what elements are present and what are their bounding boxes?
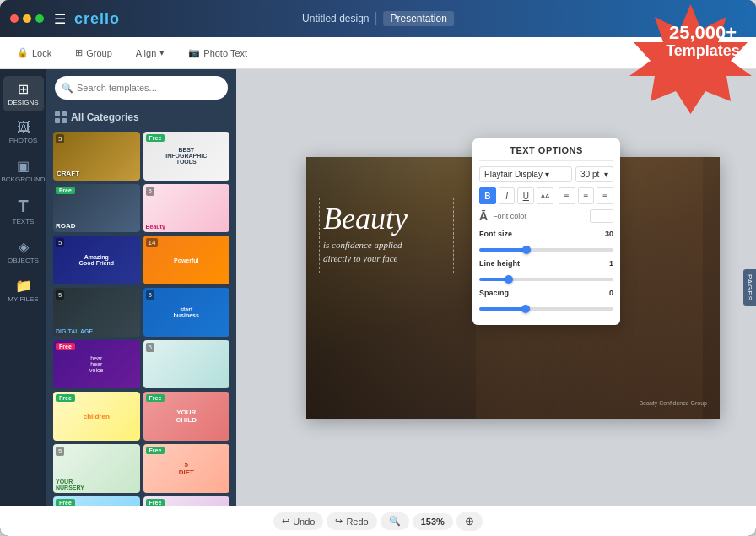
template-item[interactable]: Free children [53,392,140,441]
header-divider [376,12,377,25]
template-item[interactable]: 5 Beauty [143,184,230,233]
sidebar-label-objects: OBJECTS [8,257,39,264]
template-item[interactable]: Free [143,496,230,506]
template-item[interactable]: Free [53,496,140,506]
photo-icon: 📷 [188,47,200,58]
panel-header: 🔍 [46,69,236,106]
design-name: Untitled design [302,13,369,24]
sidebar-item-myfiles[interactable]: 📁 MY FILES [3,273,44,308]
redo-button[interactable]: ↪ Redo [327,512,376,530]
starburst-svg [625,0,756,131]
sidebar-item-background[interactable]: ▣ BCKGROUND [3,153,44,188]
background-icon: ▣ [17,158,30,174]
font-size-indicator: Ā [479,209,488,223]
starburst-container: 25,000+ Templates [625,0,756,131]
main-body: ⊞ DESIGNS 🖼 PHOTOS ▣ BCKGROUND T TEXTS ◈… [0,69,756,506]
spacing-slider-row: Spacing0 [479,289,613,314]
template-item[interactable]: 5 [143,340,230,389]
text-options-panel: TEXT OPTIONS Playfair Display ▾ 30 pt ▾ … [472,138,620,325]
align-button[interactable]: Align ▾ [129,45,171,61]
menu-icon[interactable]: ☰ [54,11,66,27]
template-item[interactable]: Free BESTINFOGRAPHICTOOLS [143,132,230,181]
text-options-title: TEXT OPTIONS [479,145,613,161]
template-item[interactable]: 5 startbusiness [143,288,230,337]
search-box[interactable]: 🔍 [55,76,228,100]
objects-icon: ◈ [19,239,29,255]
presentation-label[interactable]: Presentation [384,11,454,26]
maximize-dot[interactable] [35,14,44,23]
search-icon: 🔍 [62,83,73,94]
starburst-line2: Templates [656,42,749,61]
sidebar-item-photos[interactable]: 🖼 PHOTOS [3,115,44,149]
group-icon: ⊞ [75,47,83,58]
photo-text-button[interactable]: 📷 Photo Text [181,45,254,61]
bottom-toolbar: ↩ Undo ↪ Redo 🔍 153% ⊕ [0,506,756,536]
category-header[interactable]: All Categories [46,106,236,128]
myfiles-icon: 📁 [15,278,32,294]
italic-button[interactable]: I [499,187,516,204]
left-sidebar: ⊞ DESIGNS 🖼 PHOTOS ▣ BCKGROUND T TEXTS ◈… [0,69,46,506]
slide-tagline: Beauty Confidence Group [639,400,707,406]
lock-button[interactable]: 🔒 Lock [10,45,58,61]
sidebar-item-texts[interactable]: T TEXTS [3,192,44,230]
zoom-out-icon: 🔍 [389,516,401,527]
font-row: Playfair Display ▾ 30 pt ▾ [479,166,613,182]
template-grid: 5 CRAFT Free BESTINFOGRAPHICTOOLS Free R… [46,128,236,506]
font-size-select[interactable]: 30 pt ▾ [575,166,613,182]
window-controls [10,14,44,23]
spacing-slider[interactable] [479,307,613,311]
pages-tab-container: PAGES [743,269,756,306]
designs-icon: ⊞ [18,81,29,97]
line-height-slider[interactable] [479,278,613,281]
grid-icon [55,111,67,123]
search-input[interactable] [77,83,221,93]
font-size-slider-row: Font size30 [479,230,613,255]
starburst-text: 25,000+ Templates [656,24,749,61]
header-center: Untitled design Presentation [302,11,454,26]
template-item[interactable]: 14 Powerful [143,236,230,284]
template-item[interactable]: 5 DIGITAL AGE [53,288,140,337]
sidebar-label-texts: TEXTS [13,218,35,225]
aa-format-button[interactable]: AA [537,187,554,204]
canvas-area: TEXT OPTIONS Playfair Display ▾ 30 pt ▾ … [236,69,756,506]
font-color-label: Font color [493,212,585,220]
template-item[interactable]: Free 5DIET [143,444,230,493]
undo-button[interactable]: ↩ Undo [273,512,323,530]
template-item[interactable]: Free hearhearvoice [53,340,140,389]
align-right-button[interactable]: ≡ [597,187,613,204]
minimize-dot[interactable] [23,14,31,23]
zoom-in-icon: ⊕ [465,515,474,528]
font-select[interactable]: Playfair Display ▾ [479,166,572,182]
color-swatch[interactable] [590,209,613,223]
template-panel: 🔍 All Categories 5 CRAFT [46,69,236,506]
group-button[interactable]: ⊞ Group [68,45,119,61]
line-height-slider-row: Line height1 [479,259,613,284]
sidebar-label-myfiles: MY FILES [8,295,38,303]
align-left-button[interactable]: ≡ [559,187,575,204]
zoom-display: 153% [413,513,453,530]
sidebar-item-designs[interactable]: ⊞ DESIGNS [3,76,44,111]
sidebar-item-objects[interactable]: ◈ OBJECTS [3,234,44,269]
texts-icon: T [18,197,28,216]
bold-button[interactable]: B [479,187,496,204]
sidebar-label-background: BCKGROUND [2,176,46,183]
photos-icon: 🖼 [17,120,30,135]
align-center-button[interactable]: ≡ [578,187,595,204]
template-item[interactable]: 5 CRAFT [53,132,140,181]
close-dot[interactable] [10,14,19,23]
app-logo: crello [74,10,120,28]
lock-icon: 🔒 [17,47,29,58]
pages-tab[interactable]: PAGES [743,269,756,306]
chevron-down-icon: ▾ [159,47,165,58]
zoom-in-button[interactable]: ⊕ [456,512,483,531]
starburst-line1: 25,000+ [656,24,749,42]
template-item[interactable]: Free YOURCHILD [143,392,230,441]
font-size-slider[interactable] [479,248,613,252]
template-item[interactable]: 5 YOURNURSERY [53,444,140,493]
template-item[interactable]: Free ROAD [53,184,140,233]
zoom-out-button[interactable]: 🔍 [381,512,409,530]
sidebar-label-designs: DESIGNS [8,99,38,106]
undo-icon: ↩ [282,516,289,527]
underline-button[interactable]: U [517,187,534,204]
template-item[interactable]: 5 AmazingGood Friend [53,236,140,284]
